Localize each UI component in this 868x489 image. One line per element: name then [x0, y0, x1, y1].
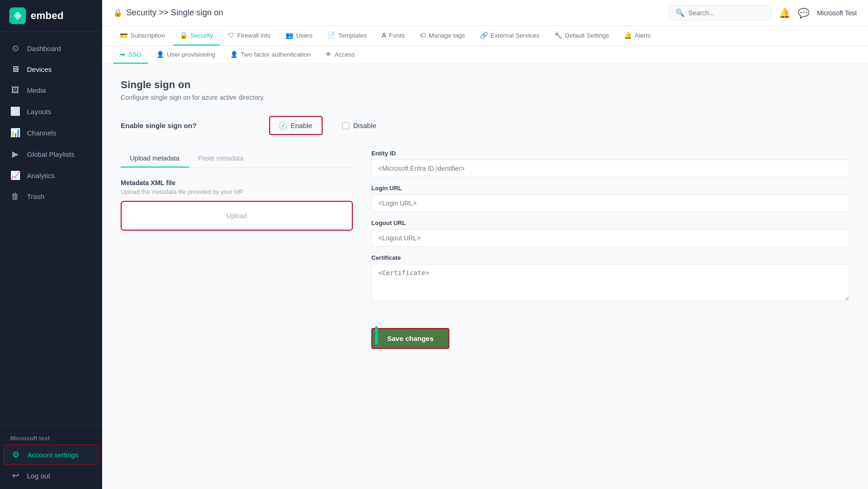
sidebar-item-devices[interactable]: 🖥 Devices [0, 59, 102, 80]
sidebar-item-label: Log out [27, 472, 50, 480]
tab-subscription[interactable]: 💳 Subscription [113, 26, 171, 45]
login-url-label: Login URL [371, 185, 849, 192]
sidebar-footer: Microsoft test ⚙ Account settings ↩ Log … [0, 425, 102, 489]
left-panel: Upload metadata Paste metadata Metadata … [121, 150, 353, 349]
primary-tabs: 💳 Subscription 🔒 Security 🛡 Firewall inf… [102, 26, 868, 46]
analytics-icon: 📈 [10, 170, 20, 180]
certificate-input[interactable] [371, 264, 849, 301]
tab-users[interactable]: 👥 Users [279, 26, 319, 45]
page-description: Configure single sign on for azure activ… [121, 94, 849, 101]
enable-row: Enable single sign on? Enable Disable [121, 116, 849, 135]
sidebar-item-label: Global Playlists [27, 150, 75, 158]
enable-label: Enable single sign on? [121, 122, 260, 129]
sidebar-item-label: Devices [27, 65, 52, 73]
topbar-search-box[interactable]: 🔍 [669, 5, 771, 20]
upload-title: Metadata XML file [121, 179, 353, 187]
sidebar-item-label: Media [27, 86, 46, 94]
sidebar-item-layouts[interactable]: ⬜ Layouts [0, 101, 102, 122]
disable-checkbox[interactable] [342, 122, 350, 129]
sidebar-item-trash[interactable]: 🗑 Trash [0, 186, 102, 207]
disable-option[interactable]: Disable [332, 116, 387, 135]
channels-icon: 📊 [10, 128, 20, 138]
enable-option-label: Enable [291, 122, 312, 129]
logout-url-label: Logout URL [371, 219, 849, 226]
users-icon: 👥 [285, 32, 293, 39]
chat-icon[interactable]: 💬 [798, 7, 810, 19]
logo-area: embed [0, 0, 102, 32]
tab-fonts[interactable]: A Fonts [375, 26, 411, 45]
save-changes-button[interactable]: Save changes [371, 328, 449, 349]
upload-desc: Upload the metadata file provided by you… [121, 188, 353, 195]
trash-icon: 🗑 [10, 192, 20, 201]
sidebar-item-media[interactable]: 🖼 Media [0, 80, 102, 101]
sso-form: Upload metadata Paste metadata Metadata … [121, 150, 849, 349]
org-name: Microsoft test [0, 431, 102, 444]
tab-firewall-info[interactable]: 🛡 Firewall info [221, 26, 277, 45]
search-input[interactable] [688, 9, 763, 17]
sidebar-item-label: Trash [27, 193, 45, 200]
sso-arrow-icon: ➡ [120, 51, 125, 58]
logout-url-input[interactable] [371, 229, 849, 247]
enable-option[interactable]: Enable [269, 116, 323, 135]
sidebar-item-account-settings[interactable]: ⚙ Account settings [4, 444, 98, 465]
main-content: 🔒 Security >> Single sign on 🔍 🔔 💬 Micro… [102, 0, 868, 489]
entity-id-label: Entity ID [371, 150, 849, 157]
page-title: Single sign on [121, 79, 849, 91]
upload-section: Metadata XML file Upload the metadata fi… [121, 179, 353, 231]
sidebar-item-label: Dashboard [27, 45, 61, 52]
svg-point-1 [16, 14, 19, 17]
logout-url-group: Logout URL [371, 219, 849, 247]
subtab-sso[interactable]: ➡ SSO [113, 46, 148, 64]
alerts-icon: 🔔 [624, 32, 632, 39]
sidebar-item-analytics[interactable]: 📈 Analytics [0, 165, 102, 186]
sidebar-item-label: Account settings [27, 451, 78, 459]
sidebar-item-channels[interactable]: 📊 Channels [0, 122, 102, 143]
subtab-access[interactable]: 👁 Access [319, 46, 362, 64]
meta-tab-paste[interactable]: Paste metadata [189, 150, 253, 167]
default-settings-icon: 🔧 [554, 32, 562, 39]
security-icon: 🔒 [180, 32, 188, 39]
notification-icon[interactable]: 🔔 [779, 7, 790, 19]
user-label: Microsoft Test [817, 9, 857, 17]
firewall-icon: 🛡 [228, 32, 234, 39]
lock-icon: 🔒 [113, 8, 123, 17]
entity-id-input[interactable] [371, 160, 849, 177]
subtab-user-provisioning[interactable]: 👤 User provisioning [150, 46, 222, 64]
enable-checkbox[interactable] [279, 122, 287, 129]
sidebar-item-label: Analytics [27, 172, 55, 180]
subtab-two-factor[interactable]: 👤 Two factor authentication [224, 46, 317, 64]
sidebar-item-logout[interactable]: ↩ Log out [0, 466, 102, 485]
external-icon: 🔗 [480, 32, 488, 39]
upload-button-label: Upload [227, 212, 247, 219]
save-changes-row: Save changes [371, 319, 849, 349]
devices-icon: 🖥 [10, 64, 20, 74]
page-breadcrumb: Security >> Single sign on [126, 8, 223, 18]
upload-box[interactable]: Upload [121, 201, 353, 231]
templates-icon: 📄 [327, 32, 335, 39]
search-icon: 🔍 [675, 8, 685, 17]
tab-alerts[interactable]: 🔔 Alerts [617, 26, 657, 45]
sidebar-item-dashboard[interactable]: ⊙ Dashboard [0, 38, 102, 59]
login-url-group: Login URL [371, 185, 849, 212]
tab-external-services[interactable]: 🔗 External Services [473, 26, 546, 45]
sidebar-item-label: Layouts [27, 108, 52, 116]
logo-icon [9, 7, 26, 24]
login-url-input[interactable] [371, 194, 849, 212]
tab-manage-tags[interactable]: 🏷 Manage tags [413, 26, 472, 45]
disable-option-label: Disable [353, 122, 376, 129]
playlists-icon: ▶ [10, 149, 20, 159]
metadata-tabs: Upload metadata Paste metadata [121, 150, 353, 168]
tab-default-settings[interactable]: 🔧 Default Settings [548, 26, 615, 45]
sidebar-item-global-playlists[interactable]: ▶ Global Playlists [0, 143, 102, 165]
access-icon: 👁 [325, 51, 332, 58]
meta-tab-upload[interactable]: Upload metadata [121, 150, 189, 167]
right-panel: Entity ID Login URL Logout URL Certifica… [371, 150, 849, 349]
certificate-label: Certificate [371, 254, 849, 261]
topbar-icons: 🔔 💬 Microsoft Test [779, 7, 857, 19]
tab-templates[interactable]: 📄 Templates [321, 26, 373, 45]
two-factor-icon: 👤 [230, 51, 238, 58]
layouts-icon: ⬜ [10, 106, 20, 116]
sidebar-item-label: Channels [27, 129, 56, 137]
tab-security[interactable]: 🔒 Security [173, 26, 220, 45]
fonts-icon: A [382, 32, 386, 39]
